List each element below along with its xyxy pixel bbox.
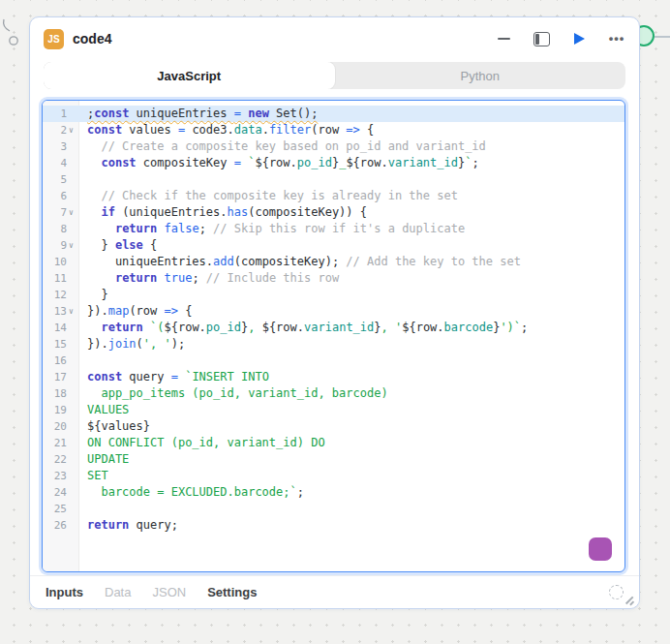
spinner-icon [609, 585, 624, 599]
line-number: 1 [60, 106, 67, 122]
code-text[interactable]: VALUES [78, 402, 129, 418]
line-number: 13 [54, 303, 67, 320]
fold-chevron-icon[interactable]: ∨ [67, 303, 76, 320]
line-number: 6 [60, 188, 67, 204]
code-text[interactable]: uniqueEntries.add(compositeKey); // Add … [78, 254, 521, 270]
line-number: 14 [54, 320, 67, 336]
code-text[interactable]: UPDATE [78, 451, 129, 468]
line-number: 17 [54, 369, 67, 385]
line-number: 15 [54, 336, 67, 353]
line-number: 4 [60, 155, 67, 171]
code-line: 25 [43, 501, 624, 517]
code-text[interactable]: SET [78, 468, 108, 484]
code-line: 14 return `(${row.po_id}, ${row.variant_… [43, 320, 624, 336]
code-line: 12 } [43, 287, 624, 303]
code-text[interactable]: // Check if the composite key is already… [78, 188, 458, 204]
code-text[interactable] [78, 501, 87, 517]
bottom-tab-json[interactable]: JSON [152, 585, 186, 599]
code-text[interactable]: return `(${row.po_id}, ${row.variant_id}… [78, 320, 528, 336]
code-lines: 1;const uniqueEntries = new Set();2∨cons… [43, 101, 624, 534]
code-line: 4 const compositeKey = `${row.po_id}_${r… [43, 155, 624, 171]
fold-chevron-icon[interactable]: ∨ [67, 204, 76, 221]
line-number: 9 [60, 237, 67, 254]
code-line: 19VALUES [43, 402, 624, 418]
line-number: 10 [54, 254, 67, 270]
minimize-button[interactable] [495, 30, 512, 47]
code-line: 13∨}).map(row => { [43, 303, 624, 320]
code-line: 18 app_po_items (po_id, variant_id, barc… [43, 385, 624, 402]
fold-chevron-icon[interactable]: ∨ [67, 122, 76, 138]
more-icon: ••• [609, 36, 625, 42]
tab-javascript[interactable]: JavaScript [44, 62, 335, 89]
code-text[interactable] [78, 353, 87, 369]
panel-header: JS code4 ••• [30, 17, 639, 60]
resize-handle[interactable] [624, 594, 635, 605]
language-tab-bar: JavaScriptPython [44, 62, 625, 89]
code-node-panel: JS code4 ••• JavaScriptPython 1;const un… [29, 16, 640, 609]
code-line: 8 return false; // Skip this row if it's… [43, 221, 624, 237]
code-line: 9∨ } else { [43, 237, 624, 254]
code-text[interactable]: const compositeKey = `${row.po_id}_${row… [78, 155, 479, 171]
code-line: 26return query; [43, 517, 624, 534]
minus-icon [498, 38, 510, 40]
code-text[interactable]: const query = `INSERT INTO [78, 369, 269, 385]
code-text[interactable]: return true; // Include this row [78, 270, 339, 287]
line-number: 8 [60, 221, 67, 237]
connector-line [655, 36, 670, 38]
code-text[interactable]: }).join(', '); [78, 336, 185, 353]
line-number: 19 [54, 402, 67, 418]
panel-layout-icon [533, 32, 550, 46]
code-text[interactable]: // Create a composite key based on po_id… [78, 138, 486, 155]
line-number: 24 [54, 484, 67, 501]
code-text[interactable]: barcode = EXCLUDED.barcode;`; [78, 484, 304, 501]
code-text[interactable]: if (uniqueEntries.has(compositeKey)) { [78, 204, 367, 221]
code-line: 16 [43, 353, 624, 369]
line-number: 3 [60, 138, 67, 155]
code-line: 10 uniqueEntries.add(compositeKey); // A… [43, 254, 624, 270]
code-editor[interactable]: 1;const uniqueEntries = new Set();2∨cons… [42, 100, 625, 572]
editor-drag-handle[interactable] [589, 537, 612, 561]
code-line: 21ON CONFLICT (po_id, variant_id) DO [43, 435, 624, 451]
code-line: 24 barcode = EXCLUDED.barcode;`; [43, 484, 624, 501]
code-line: 6 // Check if the composite key is alrea… [43, 188, 624, 204]
code-text[interactable]: ${values} [78, 418, 150, 435]
code-line: 2∨const values = code3.data.filter(row =… [43, 122, 624, 138]
code-text[interactable]: }).map(row => { [78, 303, 192, 320]
bottom-tab-data[interactable]: Data [105, 585, 131, 599]
code-text[interactable]: } else { [78, 237, 157, 254]
side-panel-button[interactable] [533, 30, 550, 47]
line-number: 7 [60, 204, 67, 221]
bottom-tab-inputs[interactable]: Inputs [46, 585, 83, 599]
code-text[interactable]: app_po_items (po_id, variant_id, barcode… [78, 385, 388, 402]
more-menu-button[interactable]: ••• [608, 30, 625, 47]
line-number: 2 [60, 122, 67, 138]
code-line: 23SET [43, 468, 624, 484]
line-number: 16 [54, 353, 67, 369]
code-text[interactable]: } [78, 287, 108, 303]
line-number: 11 [54, 270, 67, 287]
fold-chevron-icon[interactable]: ∨ [67, 237, 76, 254]
code-text[interactable] [78, 171, 87, 188]
code-line: 15}).join(', '); [43, 336, 624, 353]
bottom-tab-settings[interactable]: Settings [207, 585, 257, 599]
run-button[interactable] [570, 30, 588, 47]
line-number: 18 [54, 385, 67, 402]
code-line: 17const query = `INSERT INTO [43, 369, 624, 385]
node-title[interactable]: code4 [73, 31, 111, 46]
canvas-edge-decoration [0, 17, 23, 56]
code-text[interactable]: return false; // Skip this row if it's a… [78, 221, 465, 237]
line-number: 20 [54, 418, 67, 435]
line-number: 26 [54, 517, 67, 534]
code-text[interactable]: ON CONFLICT (po_id, variant_id) DO [78, 435, 325, 451]
line-number: 23 [54, 468, 67, 484]
code-text[interactable]: return query; [78, 517, 178, 534]
line-number: 22 [54, 451, 67, 468]
code-text[interactable]: ;const uniqueEntries = new Set(); [78, 106, 318, 122]
code-text[interactable]: const values = code3.data.filter(row => … [78, 122, 374, 138]
code-line: 1;const uniqueEntries = new Set(); [43, 106, 624, 122]
tab-python[interactable]: Python [335, 62, 626, 89]
code-line: 5 [43, 171, 624, 188]
line-number: 12 [54, 287, 67, 303]
code-line: 20${values} [43, 418, 624, 435]
code-line: 22UPDATE [43, 451, 624, 468]
